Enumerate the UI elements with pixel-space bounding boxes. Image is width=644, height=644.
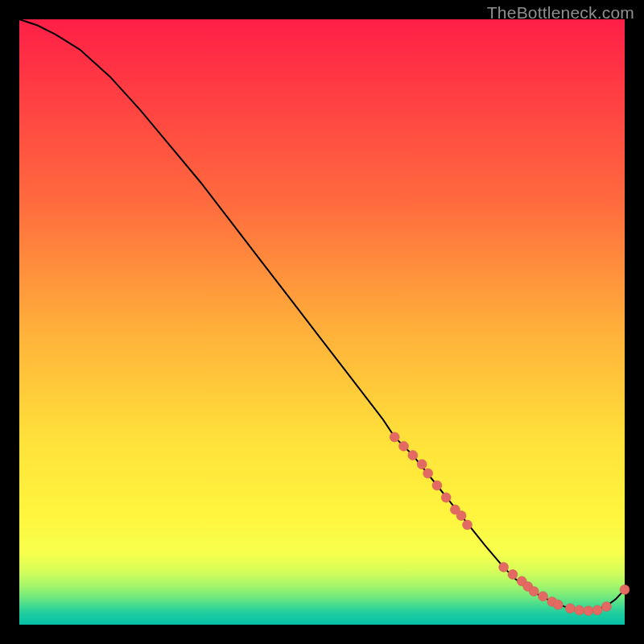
data-marker: [575, 605, 584, 615]
data-marker: [423, 469, 433, 478]
data-marker: [432, 481, 442, 490]
data-marker: [499, 563, 509, 572]
data-marker: [539, 592, 548, 601]
data-marker: [417, 460, 427, 469]
data-marker: [399, 441, 409, 451]
data-marker: [408, 450, 418, 460]
chart-overlay: [19, 19, 625, 625]
data-marker: [565, 604, 575, 613]
marker-group: [390, 432, 630, 616]
data-marker: [390, 432, 399, 442]
data-marker: [441, 493, 451, 502]
data-marker: [456, 511, 466, 521]
data-marker: [620, 584, 630, 594]
data-marker: [553, 600, 563, 609]
data-marker: [601, 601, 611, 611]
data-marker: [463, 520, 473, 530]
data-marker: [529, 587, 539, 597]
bottleneck-curve: [19, 19, 625, 611]
watermark-text: TheBottleneck.com: [487, 3, 634, 23]
data-marker: [584, 606, 593, 616]
data-marker: [508, 570, 518, 580]
chart-stage: TheBottleneck.com: [0, 0, 644, 644]
data-marker: [592, 605, 602, 615]
